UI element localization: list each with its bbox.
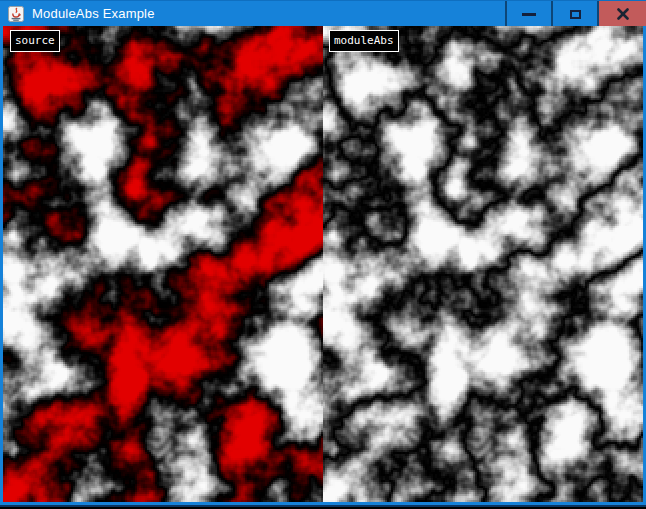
source-label: source bbox=[10, 30, 60, 52]
window-controls bbox=[505, 1, 646, 27]
maximize-icon bbox=[570, 10, 581, 19]
maximize-button[interactable] bbox=[551, 1, 597, 27]
minimize-icon bbox=[522, 13, 536, 16]
close-button[interactable] bbox=[597, 1, 646, 27]
minimize-button[interactable] bbox=[505, 1, 551, 27]
window-title: ModuleAbs Example bbox=[32, 1, 155, 27]
application-window: ModuleAbs Example source moduleAbs bbox=[0, 0, 646, 507]
close-icon bbox=[617, 8, 629, 20]
titlebar[interactable]: ModuleAbs Example bbox=[0, 0, 646, 26]
moduleabs-noise-image bbox=[323, 26, 643, 502]
window-border-bottom bbox=[0, 502, 646, 507]
java-coffee-cup-icon[interactable] bbox=[8, 6, 24, 22]
source-noise-image bbox=[3, 26, 323, 502]
moduleabs-label: moduleAbs bbox=[329, 30, 399, 52]
